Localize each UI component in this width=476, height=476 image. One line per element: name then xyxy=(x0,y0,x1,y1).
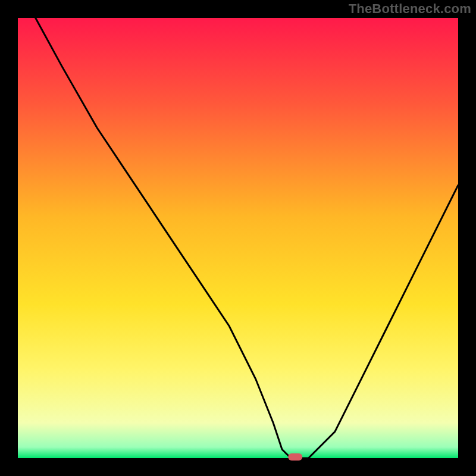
minimum-marker xyxy=(288,453,302,461)
plot-background xyxy=(18,18,458,458)
bottleneck-chart xyxy=(0,0,476,476)
watermark-text: TheBottleneck.com xyxy=(349,1,471,17)
